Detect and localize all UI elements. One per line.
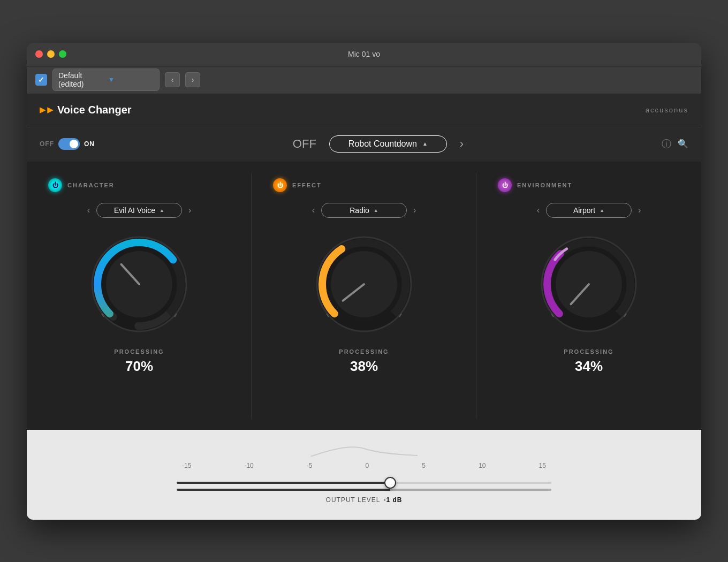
environment-prev-button[interactable]: ‹ (537, 206, 540, 215)
effect-preset-name: Radio (350, 206, 369, 215)
environment-power-icon: ⏻ (502, 182, 508, 188)
environment-header: ⏻ ENVIRONMENT (487, 178, 572, 192)
character-processing-value: 70% (125, 358, 153, 375)
level-tick-5: 5 (422, 462, 426, 469)
output-slider-container (177, 475, 551, 491)
environment-knob-svg (535, 231, 642, 338)
character-power-button[interactable]: ⏻ (48, 178, 62, 192)
toggle-on-label: ON (84, 140, 95, 148)
character-preset-selector[interactable]: Evil AI Voice ▲ (96, 203, 182, 218)
info-button[interactable]: ⓘ (662, 138, 671, 150)
effect-dropdown-icon: ▲ (374, 208, 378, 213)
character-prev-button[interactable]: ‹ (87, 206, 90, 215)
level-tick-minus15: -15 (182, 462, 191, 469)
character-header: ⏻ CHARACTER (37, 178, 115, 192)
effect-power-button[interactable]: ⏻ (273, 178, 287, 192)
character-panel: ⏻ CHARACTER ‹ Evil AI Voice ▲ › (27, 162, 252, 430)
environment-panel: ⏻ ENVIRONMENT ‹ Airport ▲ › (476, 162, 701, 430)
chevron-right-icon: ▶ (40, 105, 46, 114)
effect-panel: ⏻ EFFECT ‹ Radio ▲ › (252, 162, 476, 430)
effect-next-button[interactable]: › (413, 206, 416, 215)
knobs-section: ⏻ CHARACTER ‹ Evil AI Voice ▲ › (27, 162, 701, 430)
effect-prev-button[interactable]: ‹ (312, 206, 315, 215)
main-preset-name: Robot Countdown (348, 139, 417, 149)
brand-logo: accusonus (646, 106, 688, 114)
level-tick-minus10: -10 (244, 462, 253, 469)
toolbar: ✓ Default (edited) ▼ ‹ › (27, 66, 701, 94)
window-title: Mic 01 vo (348, 50, 380, 58)
character-power-icon: ⏻ (52, 182, 58, 188)
wave-decoration (177, 441, 551, 457)
environment-processing-value: 34% (575, 358, 603, 375)
level-tick-10: 10 (479, 462, 486, 469)
effect-power-icon: ⏻ (277, 182, 283, 188)
environment-next-button[interactable]: › (638, 206, 641, 215)
enable-checkbox[interactable]: ✓ (35, 74, 47, 86)
power-toggle-group: OFF ON (40, 138, 95, 150)
level-scale: -15 -10 -5 0 5 10 15 (177, 462, 551, 469)
controls-row: OFF ON OFF Robot Countdown ▲ › ⓘ 🔍 (27, 126, 701, 162)
plugin-title-text: Voice Changer (57, 104, 132, 116)
output-slider-track-bottom (177, 489, 551, 491)
main-window: Mic 01 vo ✓ Default (edited) ▼ ‹ › ▶ ◀ V… (27, 43, 701, 520)
character-preset-name: Evil AI Voice (114, 206, 155, 215)
character-processing-label: PROCESSING (114, 348, 164, 355)
environment-dropdown-icon: ▲ (600, 208, 604, 213)
environment-select-row: ‹ Airport ▲ › (537, 203, 641, 218)
level-tick-0: 0 (366, 462, 369, 469)
effect-knob[interactable] (310, 231, 418, 338)
environment-processing-label: PROCESSING (564, 348, 613, 355)
search-button[interactable]: 🔍 (678, 139, 688, 149)
minimize-button[interactable] (47, 50, 55, 58)
preset-prev-button[interactable]: ‹ (165, 72, 180, 87)
chevron-left-icon: ◀ (47, 105, 53, 114)
preset-name: Default (edited) (58, 71, 104, 88)
environment-section-label: ENVIRONMENT (517, 182, 572, 188)
effect-preset-selector[interactable]: Radio ▲ (321, 203, 407, 218)
output-slider-thumb[interactable] (384, 477, 396, 489)
effect-header: ⏻ EFFECT (262, 178, 322, 192)
info-icons: ⓘ 🔍 (662, 138, 688, 150)
plugin-icon: ▶ ◀ (40, 105, 53, 114)
output-area: -15 -10 -5 0 5 10 15 OUTPUT LEVEL -1 dB (27, 430, 701, 520)
plugin-header: ▶ ◀ Voice Changer accusonus (27, 94, 701, 126)
maximize-button[interactable] (59, 50, 66, 58)
character-select-row: ‹ Evil AI Voice ▲ › (87, 203, 192, 218)
effect-section-label: EFFECT (292, 182, 322, 188)
preset-next-button[interactable]: › (185, 72, 200, 87)
toggle-off-label: OFF (40, 140, 54, 148)
wave-svg (177, 441, 551, 457)
level-tick-15: 15 (539, 462, 546, 469)
power-toggle[interactable] (58, 138, 80, 150)
environment-power-button[interactable]: ⏻ (498, 178, 512, 192)
character-next-button[interactable]: › (188, 206, 191, 215)
effect-processing-label: PROCESSING (339, 348, 389, 355)
character-section-label: CHARACTER (67, 182, 115, 188)
dropdown-arrow-icon: ▼ (108, 76, 154, 83)
character-knob-svg (86, 231, 193, 338)
effect-knob-svg (310, 231, 418, 338)
main-preset-selector[interactable]: Robot Countdown ▲ (329, 135, 447, 153)
preset-nav-prev-button[interactable]: OFF (289, 135, 321, 153)
output-level-display: OUTPUT LEVEL -1 dB (326, 496, 403, 504)
environment-knob[interactable] (535, 231, 642, 338)
character-knob[interactable] (86, 231, 193, 338)
title-bar: Mic 01 vo (27, 43, 701, 66)
preset-dropdown[interactable]: Default (edited) ▼ (52, 69, 160, 91)
preset-dropdown-icon: ▲ (422, 141, 428, 147)
traffic-lights (35, 50, 66, 58)
plugin-area: ▶ ◀ Voice Changer accusonus OFF ON OFF R… (27, 94, 701, 520)
character-dropdown-icon: ▲ (160, 208, 164, 213)
output-level-label: OUTPUT LEVEL (326, 496, 381, 504)
environment-preset-name: Airport (573, 206, 595, 215)
preset-nav-next-button[interactable]: › (456, 135, 468, 153)
close-button[interactable] (35, 50, 43, 58)
output-level-value: -1 dB (383, 496, 402, 504)
environment-preset-selector[interactable]: Airport ▲ (546, 203, 632, 218)
output-slider-track (177, 482, 551, 484)
plugin-title: ▶ ◀ Voice Changer (40, 104, 132, 116)
effect-select-row: ‹ Radio ▲ › (312, 203, 416, 218)
preset-nav: OFF Robot Countdown ▲ › (95, 135, 662, 153)
level-tick-minus5: -5 (307, 462, 313, 469)
effect-processing-value: 38% (350, 358, 378, 375)
